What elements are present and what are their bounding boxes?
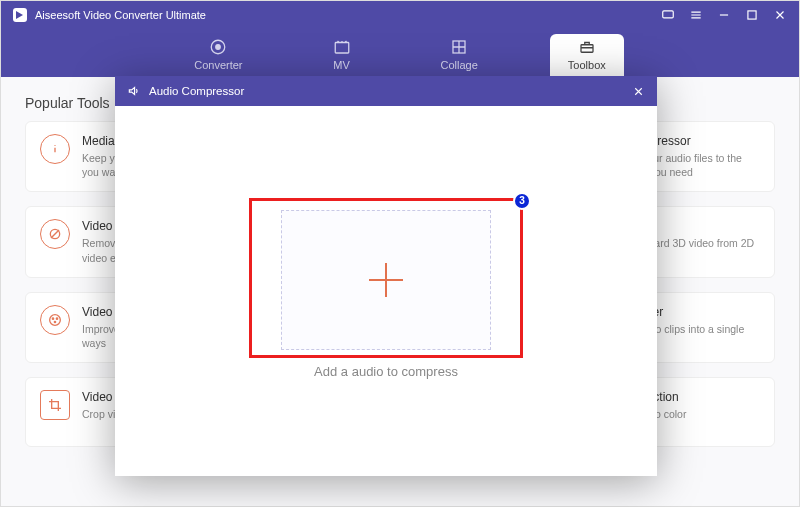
minimize-button[interactable] [717, 8, 731, 22]
tab-label: Collage [441, 59, 478, 71]
menu-button[interactable] [689, 8, 703, 22]
app-logo-icon [13, 8, 27, 22]
svg-rect-6 [581, 45, 593, 53]
tab-label: Converter [194, 59, 242, 71]
svg-point-12 [54, 321, 55, 322]
main-nav: Converter MV Collage Toolbox [1, 29, 799, 77]
drop-zone[interactable] [281, 210, 491, 350]
cropper-icon [40, 390, 70, 420]
svg-point-10 [52, 318, 53, 319]
svg-point-11 [56, 318, 57, 319]
tab-mv[interactable]: MV [315, 34, 369, 77]
info-icon [40, 134, 70, 164]
plus-icon [369, 263, 403, 297]
close-button[interactable] [773, 8, 787, 22]
tab-label: Toolbox [568, 59, 606, 71]
svg-point-3 [216, 45, 221, 50]
modal-title: Audio Compressor [149, 85, 244, 97]
watermark-remove-icon [40, 219, 70, 249]
palette-icon [40, 305, 70, 335]
audio-compressor-modal: Audio Compressor 3 Add a audio to compre… [115, 76, 657, 476]
maximize-button[interactable] [745, 8, 759, 22]
modal-close-button[interactable] [632, 85, 645, 98]
svg-point-9 [50, 314, 61, 325]
title-bar: Aiseesoft Video Converter Ultimate [1, 1, 799, 29]
svg-rect-4 [335, 43, 349, 54]
svg-rect-1 [748, 11, 756, 19]
tab-collage[interactable]: Collage [423, 34, 496, 77]
tab-converter[interactable]: Converter [176, 34, 260, 77]
tab-label: MV [333, 59, 350, 71]
tab-toolbox[interactable]: Toolbox [550, 34, 624, 77]
window-controls [661, 8, 787, 22]
drop-zone-wrap: 3 [281, 204, 491, 350]
tutorial-step-badge: 3 [513, 192, 531, 210]
audio-icon [127, 84, 141, 98]
feedback-button[interactable] [661, 8, 675, 22]
modal-title-bar: Audio Compressor [115, 76, 657, 106]
svg-rect-0 [663, 11, 674, 18]
modal-body: 3 Add a audio to compress [115, 106, 657, 476]
drop-hint: Add a audio to compress [314, 364, 458, 379]
app-title: Aiseesoft Video Converter Ultimate [35, 9, 206, 21]
